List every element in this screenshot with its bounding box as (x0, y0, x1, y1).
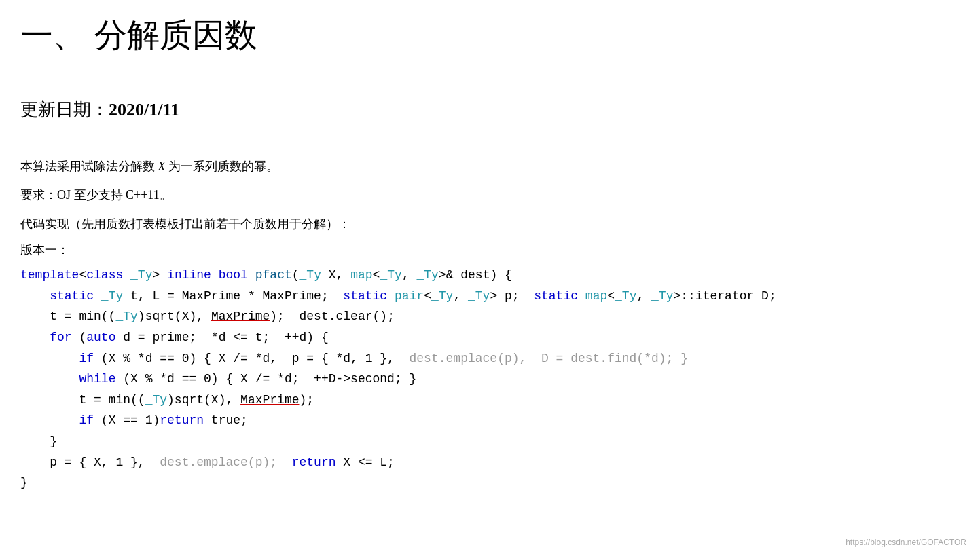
code-line-11: } (20, 473, 960, 494)
version-label: 版本一： (20, 242, 960, 258)
watermark: https://blog.csdn.net/GOFACTOR (846, 538, 966, 547)
code-line-6: while (X % *d == 0) { X /= *d; ++D->seco… (20, 369, 960, 390)
code-line-7: t = min((_Ty)sqrt(X), MaxPrime); (20, 390, 960, 411)
code-line-9: } (20, 431, 960, 452)
code-line-3: t = min((_Ty)sqrt(X), MaxPrime); dest.cl… (20, 306, 960, 327)
page-title: 一、 分解质因数 (20, 14, 960, 57)
code-block: template<class _Ty> inline bool pfact(_T… (20, 261, 960, 497)
update-date-value: 2020/1/11 (109, 100, 179, 119)
code-line-2: static _Ty t, L = MaxPrime * MaxPrime; s… (20, 286, 960, 307)
code-line-10: p = { X, 1 }, dest.emplace(p); return X … (20, 452, 960, 473)
code-line-5: if (X % *d == 0) { X /= *d, p = { *d, 1 … (20, 348, 960, 369)
code-line-8: if (X == 1)return true; (20, 410, 960, 431)
underline-text: 先用质数打表模板打出前若干个质数用于分解 (81, 217, 326, 231)
description-line-1: 本算法采用试除法分解数 X 为一系列质数的幂。 (20, 155, 960, 177)
code-line-1: template<class _Ty> inline bool pfact(_T… (20, 265, 960, 286)
update-label: 更新日期： (20, 100, 109, 119)
update-date: 更新日期：2020/1/11 (20, 98, 960, 122)
code-line-4: for (auto d = prime; *d <= t; ++d) { (20, 327, 960, 348)
description-line-3: 代码实现（先用质数打表模板打出前若干个质数用于分解）： (20, 213, 960, 235)
description-line-2: 要求：OJ 至少支持 C++11。 (20, 184, 960, 206)
